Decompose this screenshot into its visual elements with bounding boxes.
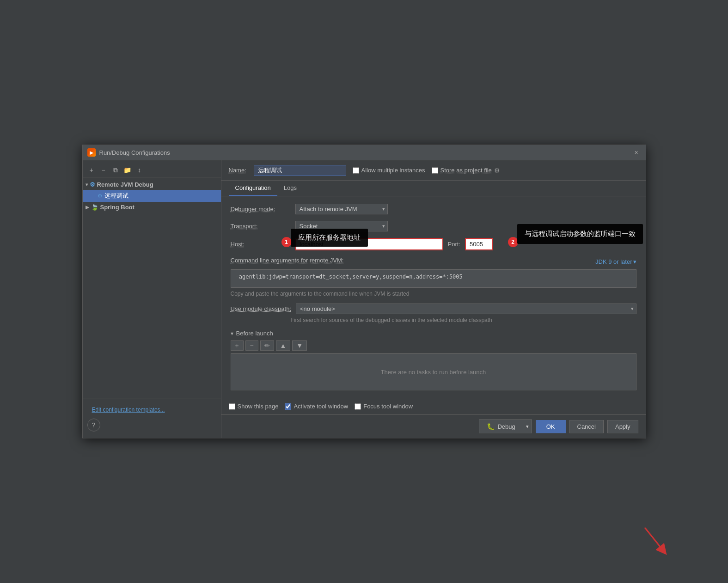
launch-edit-button[interactable]: ✏ xyxy=(260,340,274,351)
cmdline-box: -agentlib:jdwp=transport=dt_socket,serve… xyxy=(231,269,636,288)
folder-config-button[interactable]: 📁 xyxy=(122,165,133,175)
module-select-wrapper: <no module> xyxy=(296,304,636,314)
name-label: Name: xyxy=(229,167,247,174)
launch-tasks-area: There are no tasks to run before launch xyxy=(231,353,636,390)
remote-debug-config-icon: ⚙ xyxy=(98,193,103,199)
focus-tool-group: Focus tool window xyxy=(355,403,413,410)
tab-logs[interactable]: Logs xyxy=(277,181,303,196)
config-panel: Debugger mode: Attach to remote JVM Tran… xyxy=(221,196,646,398)
ok-button[interactable]: OK xyxy=(536,420,566,433)
transport-select-wrapper: Socket xyxy=(295,221,388,231)
remove-config-button[interactable]: − xyxy=(98,165,109,175)
sidebar-group-remote-jvm[interactable]: ▾ ⚙ Remote JVM Debug xyxy=(83,179,221,190)
before-launch-toggle[interactable]: ▾ xyxy=(231,330,233,337)
apply-arrow-icon xyxy=(636,528,673,555)
transport-label: Transport: xyxy=(231,223,291,230)
show-page-label: Show this page xyxy=(238,403,279,410)
sidebar-toolbar: + − ⧉ 📁 ↕ xyxy=(83,163,221,177)
cmdline-hint: Copy and paste the arguments to the comm… xyxy=(231,291,636,297)
close-button[interactable]: × xyxy=(632,148,641,157)
apply-button[interactable]: Apply xyxy=(607,420,638,433)
svg-line-0 xyxy=(645,528,663,551)
before-launch-header: ▾ Before launch xyxy=(231,330,636,337)
no-tasks-label: There are no tasks to run before launch xyxy=(381,369,486,376)
activate-tool-label: Activate tool window xyxy=(294,403,348,410)
host-label: Host: xyxy=(231,241,291,248)
chevron-down-icon: ▾ xyxy=(86,182,88,187)
action-bar: 🐛 Debug ▾ OK Cancel Apply xyxy=(221,414,646,438)
title-bar: ▶ Run/Debug Configurations × xyxy=(83,145,646,160)
sidebar-group-spring-boot-label: Spring Boot xyxy=(100,204,135,211)
chevron-down-small-icon: ▾ xyxy=(633,258,636,265)
before-launch-label: Before launch xyxy=(236,330,273,337)
focus-tool-label: Focus tool window xyxy=(363,403,413,410)
module-hint: First search for sources of the debugged… xyxy=(231,317,636,323)
debug-icon: 🐛 xyxy=(487,423,495,430)
cancel-button[interactable]: Cancel xyxy=(569,420,604,433)
jdk-version-link[interactable]: JDK 9 or later ▾ xyxy=(595,258,636,265)
host-port-row: Host: Port: xyxy=(231,238,636,250)
sidebar-bottom: Edit configuration templates... ? xyxy=(83,399,221,435)
debugger-mode-select-wrapper: Attach to remote JVM xyxy=(295,204,388,214)
focus-tool-checkbox[interactable] xyxy=(355,403,361,410)
name-input[interactable] xyxy=(254,165,346,176)
port-label: Port: xyxy=(448,241,460,248)
top-bar: Name: Allow multiple instances Store as … xyxy=(221,160,646,181)
sidebar-group-remote-jvm-label: Remote JVM Debug xyxy=(97,181,153,188)
allow-multiple-checkbox[interactable] xyxy=(353,167,359,174)
spring-boot-icon: 🍃 xyxy=(91,204,98,211)
module-select[interactable]: <no module> xyxy=(296,304,636,314)
tab-bar: Configuration Logs xyxy=(221,181,646,196)
debug-label: Debug xyxy=(497,423,515,430)
debug-button[interactable]: 🐛 Debug xyxy=(479,419,523,433)
transport-select[interactable]: Socket xyxy=(295,221,388,231)
sidebar-group-spring-boot[interactable]: ▶ 🍃 Spring Boot xyxy=(83,202,221,213)
store-gear-icon[interactable]: ⚙ xyxy=(494,167,500,174)
dialog-title: Run/Debug Configurations xyxy=(99,149,628,156)
remote-jvm-icon: ⚙ xyxy=(90,181,95,188)
cmdline-header-row: Command line arguments for remote JVM: J… xyxy=(231,257,636,267)
sidebar-item-remote-debug[interactable]: ⚙ 远程调试 xyxy=(83,190,221,202)
activate-tool-group: Activate tool window xyxy=(285,403,348,410)
run-debug-dialog: ▶ Run/Debug Configurations × + − ⧉ 📁 ↕ ▾… xyxy=(82,145,646,438)
store-project-group: Store as project file ⚙ xyxy=(432,167,500,174)
sidebar: + − ⧉ 📁 ↕ ▾ ⚙ Remote JVM Debug ⚙ 远程调试 ▶ xyxy=(83,160,221,438)
debug-button-group: 🐛 Debug ▾ xyxy=(479,419,532,433)
launch-toolbar: + − ✏ ▲ ▼ xyxy=(231,340,636,351)
launch-add-button[interactable]: + xyxy=(231,340,244,351)
bottom-bar: Show this page Activate tool window Focu… xyxy=(221,398,646,414)
show-page-checkbox[interactable] xyxy=(229,403,235,410)
debugger-mode-select[interactable]: Attach to remote JVM xyxy=(295,204,388,214)
module-classpath-label: Use module classpath: xyxy=(231,305,292,312)
app-icon: ▶ xyxy=(87,148,96,157)
sidebar-item-remote-debug-label: 远程调试 xyxy=(104,192,128,200)
tab-configuration[interactable]: Configuration xyxy=(229,181,277,196)
debugger-mode-row: Debugger mode: Attach to remote JVM xyxy=(231,204,636,214)
transport-row: Transport: Socket xyxy=(231,221,636,231)
main-content: Name: Allow multiple instances Store as … xyxy=(221,160,646,438)
launch-down-button[interactable]: ▼ xyxy=(292,340,307,351)
debugger-mode-label: Debugger mode: xyxy=(231,206,291,213)
allow-multiple-label: Allow multiple instances xyxy=(361,167,425,174)
host-input[interactable] xyxy=(295,238,443,250)
dialog-body: + − ⧉ 📁 ↕ ▾ ⚙ Remote JVM Debug ⚙ 远程调试 ▶ xyxy=(83,160,646,438)
add-config-button[interactable]: + xyxy=(86,165,97,175)
edit-templates-link[interactable]: Edit configuration templates... xyxy=(87,403,216,417)
module-classpath-row: Use module classpath: <no module> xyxy=(231,304,636,314)
debug-dropdown-button[interactable]: ▾ xyxy=(523,419,532,433)
jdk-link-text: JDK 9 or later xyxy=(595,258,632,265)
launch-up-button[interactable]: ▲ xyxy=(276,340,291,351)
launch-remove-button[interactable]: − xyxy=(245,340,258,351)
help-button[interactable]: ? xyxy=(87,419,100,431)
sort-config-button[interactable]: ↕ xyxy=(135,165,145,175)
copy-config-button[interactable]: ⧉ xyxy=(110,165,121,175)
activate-tool-checkbox[interactable] xyxy=(285,403,291,410)
window-controls: × xyxy=(632,148,641,157)
allow-multiple-group: Allow multiple instances xyxy=(353,167,425,174)
cmdline-label: Command line arguments for remote JVM: xyxy=(231,257,344,264)
port-input[interactable] xyxy=(465,238,493,250)
chevron-right-icon: ▶ xyxy=(86,205,89,210)
store-project-checkbox[interactable] xyxy=(432,167,438,174)
show-page-group: Show this page xyxy=(229,403,279,410)
store-project-label: Store as project file xyxy=(440,167,492,174)
